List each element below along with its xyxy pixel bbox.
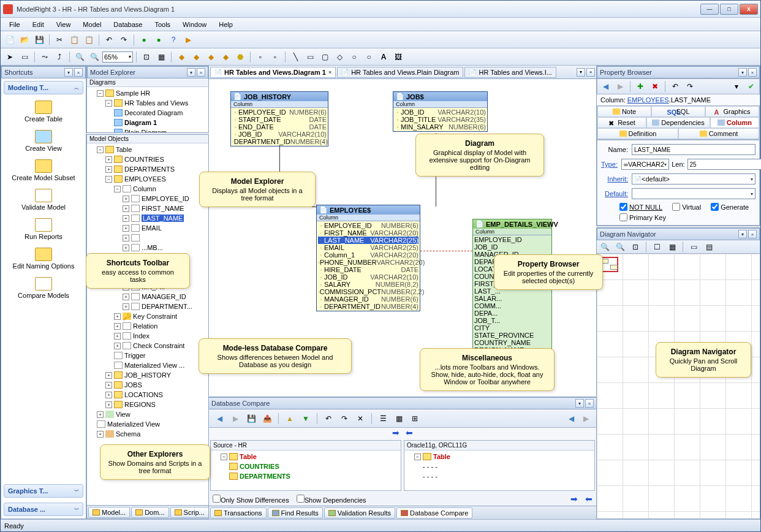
entity-column[interactable]: ◦JOB_IDVARCHAR2(10) bbox=[395, 108, 486, 116]
rel2-icon[interactable]: ⤴ bbox=[53, 50, 66, 64]
export-icon[interactable]: 📤 bbox=[260, 412, 274, 425]
tree-col[interactable]: +DEPARTMENT... bbox=[88, 302, 207, 311]
show-deps-checkbox[interactable]: Show Dependencies bbox=[297, 495, 366, 504]
breadcrumb-table[interactable]: EMPLOYEES bbox=[627, 96, 669, 104]
rrect-icon[interactable]: ▢ bbox=[318, 50, 331, 64]
entity-column[interactable]: EMPLOYEE_ID bbox=[474, 236, 550, 243]
tree-table[interactable]: −EMPLOYEES bbox=[88, 174, 207, 184]
frame-icon[interactable]: ▭ bbox=[687, 240, 700, 254]
tab-dbcompare[interactable]: Database Compare bbox=[396, 507, 472, 519]
cylinder-icon[interactable]: ⬣ bbox=[233, 50, 247, 64]
refresh-icon[interactable]: ◀ bbox=[564, 412, 578, 425]
tree-check[interactable]: +Check Constraint bbox=[88, 341, 207, 351]
tree-col-selected[interactable]: +LAST_NAME bbox=[88, 213, 207, 223]
tab-find[interactable]: Find Results bbox=[268, 507, 323, 519]
fit-icon[interactable]: ⊡ bbox=[629, 240, 642, 254]
del-icon[interactable]: ✖ bbox=[648, 80, 662, 93]
entity-employees[interactable]: 📄EMPLOYEE$ Column ◦EMPLOYEE_IDNUMBER(6)◦… bbox=[316, 205, 420, 311]
name-input[interactable] bbox=[632, 144, 755, 155]
tree-root[interactable]: −Sample HR bbox=[88, 88, 207, 98]
zoom-combo[interactable]: 65%▾ bbox=[102, 51, 133, 63]
close-icon[interactable]: × bbox=[748, 230, 757, 238]
diamond-icon[interactable]: ◇ bbox=[333, 50, 346, 64]
close-tab-icon[interactable]: × bbox=[328, 69, 331, 75]
doc-tab[interactable]: 📄HR Tables and Views.I... bbox=[464, 67, 556, 78]
inherit-select[interactable]: 📄 <default> bbox=[632, 173, 755, 184]
zoomin-icon[interactable]: 🔍 bbox=[73, 50, 86, 64]
close-icon[interactable]: × bbox=[586, 68, 595, 77]
prop-tab-reset[interactable]: ✖Reset bbox=[597, 117, 646, 128]
rect-icon[interactable]: ▭ bbox=[303, 50, 317, 64]
entity-column[interactable]: CITY bbox=[474, 324, 550, 332]
menu-edit[interactable]: Edit bbox=[26, 19, 50, 30]
default-link[interactable]: Default: bbox=[601, 190, 632, 197]
prop-tab-comment[interactable]: Comment bbox=[678, 128, 759, 139]
open-icon[interactable]: 📂 bbox=[18, 33, 31, 47]
arrow-right-icon[interactable]: ➡ bbox=[570, 494, 578, 504]
tree-diagram-active[interactable]: Diagram 1 bbox=[88, 118, 207, 127]
entity-column[interactable]: ◦END_DATEDATE bbox=[232, 123, 327, 131]
entity-job-history[interactable]: 📄JOB_HISTORY Column ◦EMPLOYEE_IDNUMBER(6… bbox=[230, 91, 328, 146]
navigator-canvas[interactable] bbox=[597, 254, 760, 519]
cube1-icon[interactable]: ◆ bbox=[175, 50, 188, 64]
down-icon[interactable]: ▼ bbox=[299, 412, 312, 425]
entity-column[interactable]: ◦JOB_IDVARCHAR2(10) bbox=[232, 131, 327, 138]
entity-column[interactable]: JOB_T... bbox=[474, 317, 550, 324]
image-icon[interactable]: 🖼 bbox=[392, 50, 405, 64]
tree-table[interactable]: +JOBS bbox=[88, 380, 207, 390]
close-icon[interactable]: × bbox=[197, 68, 205, 77]
apply-icon[interactable]: ✔ bbox=[744, 80, 758, 93]
pin-icon[interactable]: ▾ bbox=[187, 68, 195, 77]
prop-tab-graphics[interactable]: AGraphics bbox=[705, 106, 759, 117]
tree-col[interactable]: +EMPLOYEE_ID bbox=[88, 194, 207, 203]
entity-column[interactable]: ◦EMPLOYEE_IDNUMBER(6) bbox=[318, 222, 418, 229]
up-icon[interactable]: ▲ bbox=[283, 412, 297, 425]
pages-icon[interactable]: ☐ bbox=[650, 240, 664, 254]
prop-tab-note[interactable]: Note bbox=[597, 106, 651, 117]
ellipse-icon[interactable]: ○ bbox=[347, 50, 361, 64]
grid-icon[interactable]: ▦ bbox=[392, 412, 406, 425]
doc-tab[interactable]: 📄HR Tables and Views.Plain Diagram bbox=[337, 67, 463, 78]
delete-icon[interactable]: ✕ bbox=[354, 412, 367, 425]
tree-table[interactable]: +COUNTRIES bbox=[88, 154, 207, 164]
tree-table[interactable]: +DEPARTMENTS bbox=[88, 164, 207, 174]
entity-column[interactable]: COUNTRY_NAME bbox=[474, 339, 550, 346]
arrow-left-icon[interactable]: ⬅ bbox=[406, 428, 413, 438]
entity-column[interactable]: ◦SALARYNUMBER(8,2) bbox=[318, 281, 418, 288]
go-icon[interactable]: ▶ bbox=[181, 33, 195, 47]
tab-domain[interactable]: Dom... bbox=[131, 507, 168, 518]
tree-diagram[interactable]: Decorated Diagram bbox=[88, 108, 207, 118]
tab-transactions[interactable]: Transactions bbox=[210, 507, 267, 519]
entity-column[interactable]: ◦DEPARTMENT_IDNUMBER(4) bbox=[232, 138, 327, 145]
shortcut-naming[interactable]: Edit Naming Options bbox=[1, 244, 86, 273]
entity-column[interactable]: ◦Column_1VARCHAR2(20) bbox=[318, 251, 418, 259]
layout-icon[interactable]: ▤ bbox=[702, 240, 716, 254]
zoomout-icon[interactable]: 🔍 bbox=[88, 50, 101, 64]
len-input[interactable] bbox=[687, 159, 761, 170]
3d1-icon[interactable]: ▫ bbox=[254, 50, 267, 64]
grid-icon[interactable]: ▦ bbox=[154, 50, 168, 64]
entity-column[interactable]: ◦DEPARTMENT_IDNUMBER(4) bbox=[318, 303, 418, 310]
tab-model[interactable]: Model... bbox=[88, 507, 130, 518]
dropdown-icon[interactable]: ▾ bbox=[577, 68, 585, 77]
tree-view-node[interactable]: +View bbox=[88, 409, 207, 419]
menu-file[interactable]: File bbox=[3, 19, 26, 30]
tree-trig[interactable]: Trigger bbox=[88, 351, 207, 360]
globe-icon[interactable]: ● bbox=[137, 33, 151, 47]
prop-tab-sql[interactable]: SQLSQL bbox=[651, 106, 705, 117]
close-button[interactable]: X bbox=[740, 4, 758, 15]
shortcut-create-subset[interactable]: Create Model Subset bbox=[1, 156, 86, 185]
menu-tools[interactable]: Tools bbox=[148, 19, 176, 30]
entity-jobs[interactable]: 📄JOB$ Column ◦JOB_IDVARCHAR2(10)◦JOB_TIT… bbox=[393, 91, 488, 132]
cmp-table-node[interactable]: −Table bbox=[212, 452, 399, 462]
arrow-left-icon[interactable]: ⬅ bbox=[585, 494, 593, 504]
menu-help[interactable]: Help bbox=[213, 19, 239, 30]
zoomin-icon[interactable]: 🔍 bbox=[598, 240, 611, 254]
type-select[interactable]: ∞ VARCHAR2 bbox=[621, 159, 669, 170]
entity-column[interactable]: ◦EMAILVARCHAR2(25) bbox=[318, 244, 418, 251]
entity-column[interactable]: STATE_PROVINCE bbox=[474, 332, 550, 339]
list-icon[interactable]: ☰ bbox=[376, 412, 390, 425]
menu-database[interactable]: Database bbox=[107, 19, 148, 30]
entity-column[interactable]: ◦START_DATEDATE bbox=[232, 116, 327, 123]
default-select[interactable] bbox=[632, 188, 755, 199]
